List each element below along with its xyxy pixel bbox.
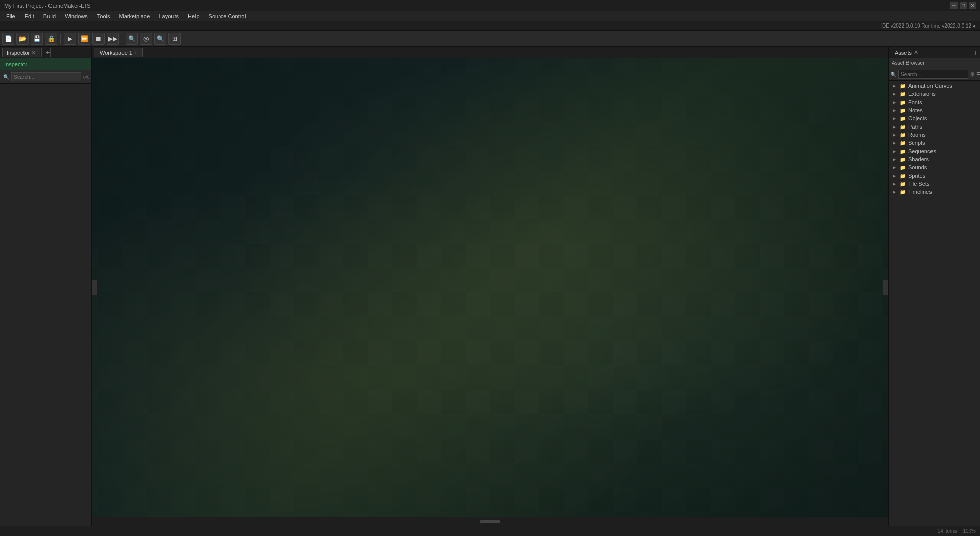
asset-tree-item-scripts[interactable]: ▶ 📁 Scripts <box>889 139 980 147</box>
stop-button[interactable]: ⏹ <box>92 33 105 45</box>
asset-tree-item-rooms[interactable]: ▶ 📁 Rooms <box>889 131 980 139</box>
menu-tools[interactable]: Tools <box>93 12 114 20</box>
asset-menu-button[interactable]: ☰ <box>976 70 980 79</box>
menu-file[interactable]: File <box>2 12 19 20</box>
chevron-icon: ▶ <box>893 165 898 170</box>
menu-layouts[interactable]: Layouts <box>155 12 183 20</box>
assets-add-button[interactable]: + <box>974 48 978 57</box>
menu-source-control[interactable]: Source Control <box>205 12 250 20</box>
inspector-add-button[interactable]: + <box>41 48 51 57</box>
new-file-button[interactable]: 📄 <box>2 33 14 45</box>
menu-build[interactable]: Build <box>39 12 60 20</box>
inspector-panel: Inspector ✕ + Inspector 🔍 0/0 ▲ ▼ 🔒 ☰ <box>0 47 92 526</box>
assets-tab[interactable]: Assets ✕ <box>891 48 922 57</box>
menu-help[interactable]: Help <box>184 12 204 20</box>
zoom-out-button[interactable]: 🔍 <box>126 33 138 45</box>
workspace-tab[interactable]: Workspace 1 + <box>94 48 143 57</box>
chevron-icon: ▶ <box>893 108 898 113</box>
folder-icon: 📁 <box>900 189 906 195</box>
horizontal-scrollbar-thumb[interactable] <box>480 520 500 523</box>
asset-item-label: Paths <box>908 124 922 130</box>
folder-icon: 📁 <box>900 83 906 89</box>
asset-tree: ▶ 📁 Animation Curves ▶ 📁 Extensions ▶ 📁 … <box>889 81 980 526</box>
workspace-bottom-scrollbar[interactable] <box>92 517 888 526</box>
save-button[interactable]: 💾 <box>31 33 43 45</box>
asset-search-bar: 🔍 ⊞ ☰ <box>889 68 980 81</box>
inspector-tab[interactable]: Inspector ✕ <box>2 48 40 57</box>
inspector-search-icon: 🔍 <box>3 74 9 80</box>
zoom-level: 100% <box>963 528 976 534</box>
toolbar-sep-1 <box>60 34 61 44</box>
chevron-icon: ▶ <box>893 141 898 145</box>
asset-tree-item-notes[interactable]: ▶ 📁 Notes <box>889 106 980 114</box>
folder-icon: 📁 <box>900 124 906 130</box>
minimize-button[interactable]: ─ <box>950 2 958 9</box>
ide-info-bar: IDE v2022.0.0.19 Runtime v2022.0.0.12 ● <box>0 21 980 31</box>
chevron-icon: ▶ <box>893 84 898 88</box>
asset-item-label: Objects <box>908 115 927 121</box>
right-collapse-button[interactable]: › <box>883 280 888 295</box>
assets-panel: Assets ✕ + Asset Browser 🔍 ⊞ ☰ ▶ 📁 Anima… <box>888 47 980 526</box>
menu-marketplace[interactable]: Marketplace <box>115 12 154 20</box>
maximize-button[interactable]: □ <box>960 2 967 9</box>
status-bar: 14 items 100% <box>0 526 980 536</box>
lock-button[interactable]: 🔒 <box>45 33 57 45</box>
asset-tree-item-sounds[interactable]: ▶ 📁 Sounds <box>889 163 980 172</box>
asset-tree-item-timelines[interactable]: ▶ 📁 Timelines <box>889 188 980 196</box>
asset-tree-item-sprites[interactable]: ▶ 📁 Sprites <box>889 172 980 180</box>
chevron-icon: ▶ <box>893 157 898 162</box>
inspector-inner-label: Inspector <box>0 58 91 70</box>
folder-icon: 📁 <box>900 116 906 121</box>
asset-search-input[interactable] <box>898 70 968 79</box>
folder-icon: 📁 <box>900 140 906 146</box>
folder-icon: 📁 <box>900 132 906 138</box>
asset-tree-item-sequences[interactable]: ▶ 📁 Sequences <box>889 147 980 155</box>
workspace-tab-bar: Workspace 1 + <box>92 47 888 58</box>
inspector-close-button[interactable]: ✕ <box>32 50 36 55</box>
left-collapse-button[interactable]: ‹ <box>92 280 97 295</box>
window-controls[interactable]: ─ □ ✕ <box>950 2 976 9</box>
assets-close-button[interactable]: ✕ <box>914 49 918 56</box>
workspace-tab-label: Workspace 1 <box>100 50 132 56</box>
asset-tree-item-objects[interactable]: ▶ 📁 Objects <box>889 114 980 123</box>
asset-search-icon: 🔍 <box>891 72 896 77</box>
inspector-search-input[interactable] <box>11 72 81 81</box>
inspector-search-count: 0/0 <box>83 75 90 80</box>
menu-edit[interactable]: Edit <box>20 12 38 20</box>
grid-button[interactable]: ⊞ <box>168 33 181 45</box>
open-file-button[interactable]: 📂 <box>16 33 29 45</box>
asset-tree-item-animation-curves[interactable]: ▶ 📁 Animation Curves <box>889 82 980 90</box>
clean-button[interactable]: ▶▶ <box>107 33 119 45</box>
zoom-in-button[interactable]: 🔍 <box>154 33 166 45</box>
workspace-background <box>92 58 888 517</box>
close-window-button[interactable]: ✕ <box>969 2 976 9</box>
asset-item-label: Sprites <box>908 173 925 179</box>
folder-icon: 📁 <box>900 173 906 179</box>
workspace-canvas[interactable]: ‹ › <box>92 58 888 517</box>
run-button[interactable]: ▶ <box>64 33 76 45</box>
chevron-icon: ▶ <box>893 92 898 96</box>
asset-tree-item-shaders[interactable]: ▶ 📁 Shaders <box>889 155 980 163</box>
workspace-tab-add[interactable]: + <box>134 50 137 56</box>
assets-tab-bar: Assets ✕ + <box>889 47 980 58</box>
asset-browser-label: Asset Browser <box>889 58 980 68</box>
inspector-content <box>0 84 91 526</box>
chevron-icon: ▶ <box>893 149 898 154</box>
asset-tree-item-tile-sets[interactable]: ▶ 📁 Tile Sets <box>889 180 980 188</box>
asset-tree-item-extensions[interactable]: ▶ 📁 Extensions <box>889 90 980 98</box>
menu-windows[interactable]: Windows <box>61 12 92 20</box>
inspector-tab-label: Inspector <box>7 50 30 56</box>
folder-icon: 📁 <box>900 108 906 113</box>
chevron-icon: ▶ <box>893 190 898 194</box>
ide-version-text: IDE v2022.0.0.19 Runtime v2022.0.0.12 ● <box>880 23 976 29</box>
chevron-icon: ▶ <box>893 100 898 105</box>
asset-filter-button[interactable]: ⊞ <box>970 70 974 79</box>
asset-tree-item-paths[interactable]: ▶ 📁 Paths <box>889 123 980 131</box>
zoom-reset-button[interactable]: ◎ <box>140 33 152 45</box>
asset-tree-item-fonts[interactable]: ▶ 📁 Fonts <box>889 98 980 106</box>
folder-icon: 📁 <box>900 149 906 154</box>
debug-button[interactable]: ⏩ <box>78 33 90 45</box>
items-count: 14 items <box>938 528 957 534</box>
asset-item-label: Rooms <box>908 132 926 138</box>
assets-tab-label: Assets <box>895 50 912 56</box>
